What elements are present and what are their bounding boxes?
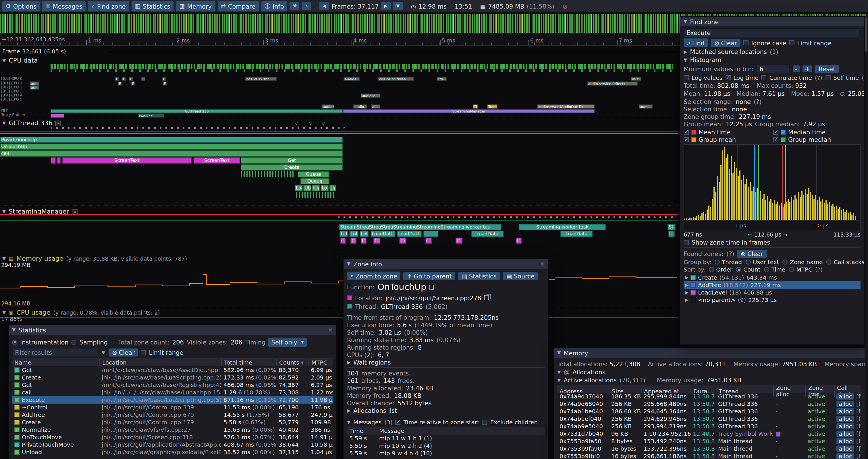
toolbar-button[interactable]: ⚙ Options — [2, 1, 40, 11]
timeline-zone[interactable]: C — [350, 238, 356, 244]
zoom-tool-button[interactable]: ⌕ — [302, 2, 312, 10]
alloc-address[interactable]: 0x74ab1ef040 — [557, 416, 609, 422]
toolbar-button[interactable]: ✉ Messages — [42, 1, 86, 11]
timeline-zone[interactable]: Streaming worker task — [519, 224, 606, 230]
table-row[interactable]: call jni/../jni/../../../src/claw/base/L… — [12, 389, 333, 396]
timeline-zone[interactable] — [423, 231, 438, 237]
legend-checkbox[interactable] — [773, 137, 778, 142]
collapse-frames-button[interactable]: ▼ — [393, 2, 403, 10]
self-time-checkbox[interactable] — [825, 75, 830, 80]
timeline-zone[interactable]: LoadData — [471, 231, 504, 237]
col-counts[interactable]: Counts▼ — [276, 359, 308, 366]
close-icon[interactable]: ✕ — [328, 327, 333, 333]
allocations-list-label[interactable]: Allocations list — [353, 407, 397, 414]
zone-info-button[interactable]: ↑ Go to parent — [404, 272, 455, 280]
bin-minus-button[interactable]: - — [793, 65, 800, 72]
collapse-icon[interactable]: ▼ — [347, 419, 350, 425]
expand-icon[interactable]: ▶ — [685, 275, 688, 280]
sort-by-option[interactable]: Time — [764, 266, 785, 273]
next-frame-button[interactable]: ▶ — [381, 2, 391, 10]
allocation-row[interactable]: 0x7553b9fbf0 16 bytes 296,661,186ns 13:5… — [557, 452, 861, 459]
expand-icon[interactable]: ▶ — [685, 290, 688, 295]
timeline-zone[interactable]: U — [668, 231, 675, 237]
copy-icon[interactable] — [429, 285, 434, 290]
histogram-section-label[interactable]: Histogram — [690, 56, 721, 63]
col-total-time[interactable]: Total time — [221, 359, 276, 366]
timeline-zone[interactable]: St — [668, 224, 676, 230]
table-row[interactable]: Normalize jni/../jni/src/claw/vfs/Vfs.cp… — [12, 426, 333, 433]
bin-plus-button[interactable]: + — [803, 65, 812, 72]
instrumentation-radio[interactable] — [12, 339, 17, 345]
timeline-zone[interactable]: LoadData — [560, 231, 593, 237]
timeline-zone[interactable]: C — [425, 238, 432, 244]
table-row[interactable]: AddTree jni/../jni/src/guif/Control.cpp:… — [12, 411, 333, 419]
memory-usage-graph[interactable] — [0, 262, 677, 307]
exclude-children-checkbox[interactable] — [482, 419, 488, 425]
hint-icon[interactable]: (?) — [815, 266, 823, 273]
group-by-option[interactable]: User text — [745, 259, 779, 265]
alloc-address[interactable]: 0x7553b9fbf0 — [557, 453, 609, 459]
alloc-address[interactable]: 0x7553b9fa90 — [557, 446, 609, 452]
table-row[interactable]: Execute jni/../jni/src/claw/base/LuaScri… — [12, 396, 333, 403]
toolbar-button[interactable]: ▦ Memory — [176, 1, 215, 11]
collapse-icon[interactable]: ▼ — [557, 378, 561, 383]
timeline-zone[interactable]: Ci — [399, 238, 406, 244]
alloc-address[interactable]: 0x74a9d68040 — [557, 401, 609, 407]
table-row[interactable]: Unload jni/../jni/src/claw/graphics/pixe… — [12, 448, 333, 456]
find-zone-titlebar[interactable]: ▼ Find zone — [680, 17, 864, 26]
alloc-callstack-button[interactable]: alloc — [836, 446, 855, 452]
tools-button[interactable]: ⚒ — [290, 2, 300, 10]
alloc-address[interactable]: 0x74ab9e5040 — [557, 423, 609, 429]
copy-icon[interactable] — [484, 295, 489, 300]
wait-regions-label[interactable]: Wait regions — [353, 359, 391, 366]
memory-titlebar[interactable]: ▼ Memory — [554, 348, 865, 358]
memory-table-header[interactable]: Address Size Appeared at Dura... Thread … — [557, 385, 861, 393]
legend-item[interactable]: Mean time — [684, 129, 770, 135]
alloc-callstack-button[interactable]: alloc — [836, 393, 855, 400]
collapse-icon[interactable]: ▼ — [684, 57, 687, 62]
notification-muted-icon[interactable]: ⊘ — [562, 3, 567, 9]
legend-item[interactable]: Group median — [773, 136, 861, 143]
timeline-zone[interactable]: LoU — [349, 231, 359, 237]
messages-label[interactable]: Messages — [353, 419, 381, 425]
collapse-icon[interactable]: ▼ — [557, 369, 561, 374]
toolbar-button[interactable]: ⇄ Compare — [217, 1, 259, 11]
timeline-zone[interactable]: LcU — [340, 231, 348, 237]
allocation-row[interactable]: 0x7531d7b040 96 KB 1:10 234,952,161 12:4… — [557, 430, 861, 437]
table-row[interactable]: Get /mnt/e/claw/src/claw/base/Registry.h… — [12, 381, 333, 389]
timeline-zone[interactable]: C — [456, 238, 462, 244]
expand-icon[interactable]: ▶ — [685, 297, 688, 302]
group-by-option[interactable]: Call stacks — [826, 259, 864, 265]
legend-checkbox[interactable] — [684, 137, 689, 142]
relative-time-checkbox[interactable] — [396, 419, 401, 425]
alloc-callstack-button[interactable]: alloc — [836, 416, 855, 422]
table-row[interactable]: OnTouchMove jni/../jni/src/guif/Screen.c… — [12, 433, 333, 441]
fz-limit-range-checkbox[interactable] — [789, 40, 794, 45]
legend-item[interactable]: Group mean — [684, 136, 770, 143]
prev-frame-button[interactable]: ◀ — [320, 2, 330, 10]
allocation-row[interactable]: 0x74a9d68040 256 KB 295,668,489ns 13:50.… — [557, 400, 861, 407]
sort-by-option[interactable]: Count — [736, 266, 760, 273]
allocation-row[interactable]: 0x7553b9fa90 16 bytes 153,722,396ns 13:5… — [557, 445, 861, 452]
toolbar-button[interactable]: ⓘ Info — [261, 1, 287, 11]
sort-by-option[interactable]: MTPC — [789, 266, 812, 273]
toolbar-button[interactable]: ▥ Statistics — [131, 1, 174, 11]
filter-icon[interactable] — [101, 351, 106, 357]
expand-icon[interactable]: ▶ — [347, 408, 350, 413]
alloc-address[interactable]: 0x74ab1be040 — [557, 408, 609, 415]
col-location[interactable]: Location — [99, 359, 221, 366]
zone-info-button[interactable]: ▤ Source — [503, 272, 538, 280]
found-zone-group[interactable]: ▶ <no parent> (9) 225.73 µs — [684, 296, 861, 304]
table-row[interactable]: Get /mnt/e/claw/src/claw/base/AssetDict.… — [12, 366, 333, 374]
table-row[interactable]: PrivateTouchMove jni/../jni/src/guif/app… — [12, 441, 333, 448]
allocation-row[interactable]: 0x74ab9e5040 256 KB 293,994,219ns 13:50.… — [557, 423, 861, 430]
hint-icon[interactable]: (?) — [726, 250, 735, 257]
filter-results-input[interactable] — [12, 348, 98, 357]
alloc-address[interactable]: 0x74a9d37040 — [557, 393, 609, 400]
alloc-callstack-button[interactable]: alloc — [836, 408, 855, 415]
alloc-callstack-button[interactable]: alloc — [836, 438, 855, 445]
message-row[interactable]: 5.59 s mip 10 w 2 h 2 (4) — [347, 442, 545, 450]
stats-limit-range-checkbox[interactable] — [141, 350, 146, 355]
timeline-zone[interactable]: LoU — [360, 231, 369, 237]
sort-by-option[interactable]: Order — [709, 266, 733, 273]
